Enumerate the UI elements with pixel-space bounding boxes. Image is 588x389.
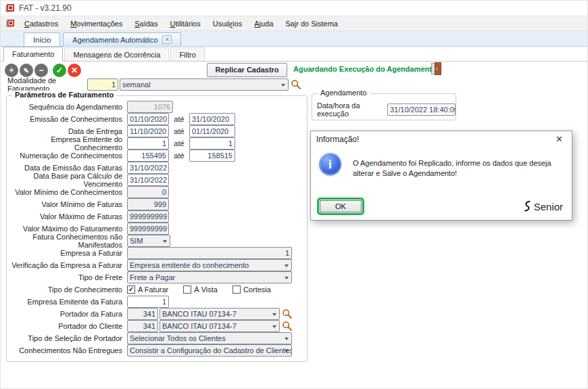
portador-cliente-combo[interactable]: BANCO ITAU 07134-7	[160, 320, 280, 332]
row-data-base: Data Base para Cálculo de Vencimento 31/…	[7, 174, 307, 186]
row-sequencia: Sequência do Agendamento 1076	[7, 101, 307, 113]
numeracao-from-field[interactable]: 155495	[127, 150, 169, 162]
valor-min-conhecimentos-field: 0	[127, 186, 169, 198]
conhecimentos-nao-entregues-combo[interactable]: Consistir a Configuração do Cadastro de …	[127, 344, 292, 357]
row-emissao-conhecimentos: Emissão de Conhecimentos 01/10/2020 até …	[7, 113, 307, 125]
row-tipo-conhecimento: Tipo de Conhecimento ✓ A Faturar ✓ À Vis…	[7, 283, 307, 296]
empresa-emitente-from-field[interactable]: 1	[127, 137, 169, 150]
emissao-to-field[interactable]: 31/10/2020	[189, 113, 235, 125]
checkbox-a-vista[interactable]: ✓ À Vista	[183, 285, 218, 294]
row-valor-min-conhecimentos: Valor Mínimo de Conhecimentos 0	[7, 186, 307, 198]
row-portador-fatura: Portador da Fatura 341 BANCO ITAU 07134-…	[7, 308, 307, 320]
pencil-icon: ✎	[24, 67, 29, 74]
valor-min-faturas-field: 999	[127, 198, 169, 210]
check-icon: ✓	[56, 66, 63, 75]
menu-cadastros[interactable]: Cadastros	[19, 18, 64, 30]
empresa-faturar-field: 1	[127, 247, 292, 259]
checkbox-a-faturar[interactable]: ✓ A Faturar	[127, 285, 168, 294]
chevron-down-icon	[272, 313, 276, 316]
mdi-child-icon	[5, 19, 15, 28]
entrega-to-field[interactable]: 01/11/2020	[189, 125, 235, 137]
data-hora-execucao-field[interactable]: 31/10/2022 18:40:00	[387, 104, 456, 116]
numeracao-to-field[interactable]: 158515	[189, 150, 235, 162]
app-icon	[5, 3, 15, 14]
dialog-title: Informação!	[311, 131, 572, 147]
chevron-down-icon	[285, 350, 289, 352]
magnifier-icon	[282, 308, 293, 319]
tab-agendamento-automatico[interactable]: Agendamento Automático ✕	[63, 32, 181, 46]
row-verificacao-empresa: Verificação da Empresa a Faturar Empresa…	[7, 259, 307, 271]
modalidade-search-button[interactable]	[291, 79, 301, 90]
agendamento-group: Agendamento Data/hora da execução 31/10/…	[312, 93, 456, 120]
delete-button[interactable]: −	[34, 64, 48, 77]
checkbox-icon: ✓	[183, 285, 191, 294]
minus-icon: −	[39, 66, 43, 75]
row-data-hora-execucao: Data/hora da execução 31/10/2022 18:40:0…	[312, 94, 456, 120]
senior-s-icon	[522, 200, 531, 212]
menu-utilitarios[interactable]: Utilitários	[164, 18, 205, 30]
portador-fatura-combo[interactable]: BANCO ITAU 07134-7	[160, 308, 280, 320]
modalidade-combo[interactable]: semanal	[120, 78, 289, 91]
portador-fatura-code-field[interactable]: 341	[127, 308, 158, 320]
portador-cliente-code-field[interactable]: 341	[127, 320, 158, 332]
row-fatura-nao-manifestados: Fatura Conhecimentos não Manifestados SI…	[7, 235, 307, 247]
ok-highlight: OK	[317, 198, 364, 215]
checkbox-icon: ✓	[232, 285, 241, 294]
replicar-cadastro-button[interactable]: Replicar Cadastro	[207, 63, 287, 77]
row-tipo-frete: Tipo de Frete Frete a Pagar	[7, 271, 307, 283]
tab-filtro[interactable]: Filtro	[170, 47, 204, 61]
verificacao-empresa-combo[interactable]: Empresa emitente do conhecimento	[127, 259, 292, 271]
tab-mensagens-de-ocorrencia[interactable]: Mensagens de Ocorrência	[64, 47, 169, 61]
dialog-message: O Agendamento foi Replicado, informe os …	[353, 158, 558, 179]
checkbox-icon: ✓	[127, 285, 135, 294]
menu-ajuda[interactable]: Ajuda	[249, 18, 278, 30]
sub-tab-strip: Faturamento Mensagens de Ocorrência Filt…	[1, 47, 587, 62]
menu-saidas[interactable]: Saídas	[129, 18, 163, 30]
tipo-selecao-portador-combo[interactable]: Selecionar Todos os Clientes	[127, 332, 292, 344]
cancel-button[interactable]: ✕	[68, 64, 81, 77]
window-title: FAT - v3.21.90	[19, 3, 72, 13]
exit-door-button[interactable]	[431, 62, 442, 77]
informacao-dialog: Informação! ✕ i O Agendamento foi Replic…	[310, 131, 572, 221]
magnifier-icon	[291, 79, 301, 90]
dialog-close-icon[interactable]: ✕	[553, 134, 566, 144]
ok-button[interactable]: OK	[320, 200, 362, 212]
entrega-from-field[interactable]: 11/10/2020	[127, 125, 169, 137]
senior-logo: Senior	[522, 200, 563, 212]
plus-icon: +	[9, 66, 14, 75]
add-button[interactable]: +	[5, 64, 18, 77]
emissao-from-field[interactable]: 01/10/2020	[127, 113, 169, 125]
edit-button[interactable]: ✎	[20, 64, 33, 77]
valor-max-faturamento-field: 999999999	[127, 223, 169, 235]
tab-faturamento[interactable]: Faturamento	[3, 47, 63, 62]
title-bar: FAT - v3.21.90	[1, 1, 587, 16]
chevron-down-icon	[285, 338, 289, 340]
confirm-button[interactable]: ✓	[53, 64, 66, 77]
modalidade-row: Modalidade de Faturamento 1 semanal	[1, 78, 301, 91]
empresa-emitente-fatura-field[interactable]: 1	[127, 296, 169, 308]
menu-bar: Cadastros Movimentações Saídas Utilitári…	[1, 16, 587, 31]
parametros-group: Parâmetros de Faturamento Sequência do A…	[6, 95, 308, 362]
door-icon	[431, 62, 442, 76]
portador-fatura-search-button[interactable]	[282, 308, 293, 319]
row-tipo-selecao-portador: Tipo de Seleção de Portador Selecionar T…	[7, 332, 307, 344]
data-base-field[interactable]: 31/10/2022	[127, 174, 169, 186]
modalidade-code-field[interactable]: 1	[87, 78, 118, 91]
data-emissao-faturas-field[interactable]: 31/10/2022	[127, 162, 169, 174]
chevron-down-icon	[281, 84, 285, 87]
menu-movimentacoes[interactable]: Movimentações	[65, 18, 128, 30]
checkbox-cortesia[interactable]: ✓ Cortesia	[232, 285, 271, 294]
row-conhecimentos-nao-entregues: Conhecimentos Não Entregues Consistir a …	[7, 344, 307, 357]
menu-usuarios[interactable]: Usuários	[207, 18, 247, 30]
parametros-group-title: Parâmetros de Faturamento	[12, 91, 116, 99]
fatura-nao-manifestados-combo[interactable]: SIM	[127, 235, 170, 247]
menu-sair-do-sistema[interactable]: Sair do Sistema	[280, 18, 343, 30]
tab-close-icon[interactable]: ✕	[162, 35, 172, 44]
agendamento-group-title: Agendamento	[318, 89, 370, 97]
empresa-emitente-to-field[interactable]: 1	[189, 137, 235, 150]
tipo-frete-combo[interactable]: Frete a Pagar	[127, 271, 292, 283]
valor-max-faturas-field: 999999999	[127, 210, 169, 223]
portador-cliente-search-button[interactable]	[282, 321, 293, 331]
magnifier-icon	[282, 321, 293, 331]
tab-inicio[interactable]: Início	[24, 32, 60, 46]
